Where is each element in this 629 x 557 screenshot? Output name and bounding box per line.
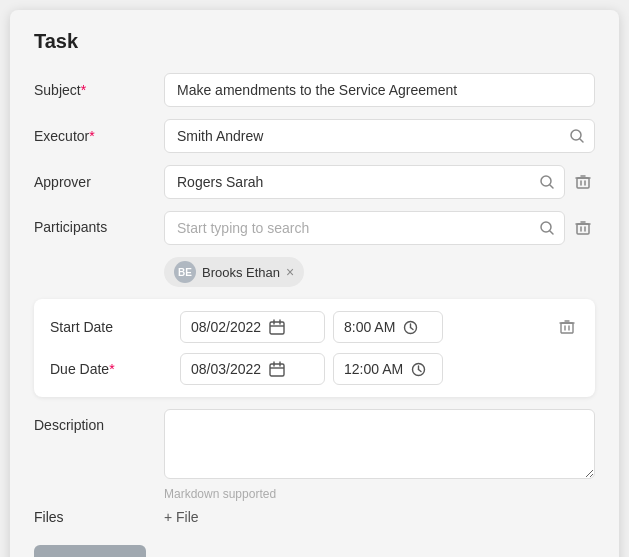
executor-input[interactable] — [177, 128, 558, 144]
markdown-hint: Markdown supported — [164, 487, 595, 501]
start-date-delete-button[interactable] — [555, 315, 579, 339]
approver-delete-icon[interactable] — [571, 170, 595, 194]
svg-line-34 — [419, 369, 422, 371]
svg-line-22 — [411, 327, 414, 329]
svg-rect-16 — [270, 322, 284, 334]
due-time-input[interactable]: 12:00 AM — [333, 353, 443, 385]
calendar-icon — [269, 319, 285, 335]
start-date-row: Start Date 08/02/2022 8:00 AM — [50, 311, 579, 343]
start-date-input[interactable]: 08/02/2022 — [180, 311, 325, 343]
datetime-section: Start Date 08/02/2022 8:00 AM — [34, 299, 595, 397]
due-date-row: Due Date* 08/03/2022 12:00 AM — [50, 353, 579, 385]
participants-row: Participants — [34, 211, 595, 287]
svg-rect-4 — [577, 178, 589, 188]
create-task-button[interactable]: Create task — [34, 545, 146, 557]
executor-label: Executor* — [34, 128, 164, 144]
executor-search-icon[interactable] — [567, 126, 587, 146]
description-area: Markdown supported — [164, 409, 595, 501]
svg-line-3 — [550, 185, 553, 188]
subject-input-wrapper[interactable] — [164, 73, 595, 107]
approver-input[interactable] — [177, 174, 528, 190]
footer-buttons: Create task Cancel — [34, 545, 595, 557]
subject-field — [164, 73, 595, 107]
description-label: Description — [34, 409, 164, 433]
files-label: Files — [34, 509, 164, 525]
participants-search-icon[interactable] — [537, 218, 557, 238]
add-file-button[interactable]: + File — [164, 509, 199, 525]
cancel-button[interactable]: Cancel — [156, 545, 232, 557]
approver-input-wrapper[interactable] — [164, 165, 565, 199]
participant-tag-brooks: BE Brooks Ethan × — [164, 257, 304, 287]
due-time-value: 12:00 AM — [344, 361, 403, 377]
due-date-label: Due Date* — [50, 361, 180, 377]
clock-icon — [403, 320, 418, 335]
calendar-icon — [269, 361, 285, 377]
approver-search-icon[interactable] — [537, 172, 557, 192]
participants-field: BE Brooks Ethan × — [164, 211, 595, 287]
start-date-value: 08/02/2022 — [191, 319, 261, 335]
svg-rect-23 — [561, 323, 573, 333]
clock-icon — [411, 362, 426, 377]
participants-label: Participants — [34, 211, 164, 235]
start-date-label: Start Date — [50, 319, 180, 335]
executor-row: Executor* — [34, 119, 595, 153]
approver-field — [164, 165, 595, 199]
approver-label: Approver — [34, 174, 164, 190]
participant-name: Brooks Ethan — [202, 265, 280, 280]
participant-remove-button[interactable]: × — [286, 265, 294, 279]
svg-line-1 — [580, 139, 583, 142]
description-section: Description Markdown supported — [34, 409, 595, 501]
subject-row: Subject* — [34, 73, 595, 107]
approver-row: Approver — [34, 165, 595, 199]
subject-input[interactable] — [177, 82, 582, 98]
start-time-value: 8:00 AM — [344, 319, 395, 335]
participants-delete-icon[interactable] — [571, 216, 595, 240]
description-input[interactable] — [164, 409, 595, 479]
participants-input-wrapper[interactable] — [164, 211, 565, 245]
svg-rect-28 — [270, 364, 284, 376]
svg-rect-11 — [577, 224, 589, 234]
add-file-label: + File — [164, 509, 199, 525]
executor-field — [164, 119, 595, 153]
svg-line-10 — [550, 231, 553, 234]
task-modal: Task Subject* Executor* — [10, 10, 619, 557]
start-time-input[interactable]: 8:00 AM — [333, 311, 443, 343]
due-date-value: 08/03/2022 — [191, 361, 261, 377]
participant-avatar: BE — [174, 261, 196, 283]
modal-title: Task — [34, 30, 595, 53]
executor-input-wrapper[interactable] — [164, 119, 595, 153]
participants-input[interactable] — [177, 220, 528, 236]
subject-label: Subject* — [34, 82, 164, 98]
due-date-input[interactable]: 08/03/2022 — [180, 353, 325, 385]
files-row: Files + File — [34, 509, 595, 525]
